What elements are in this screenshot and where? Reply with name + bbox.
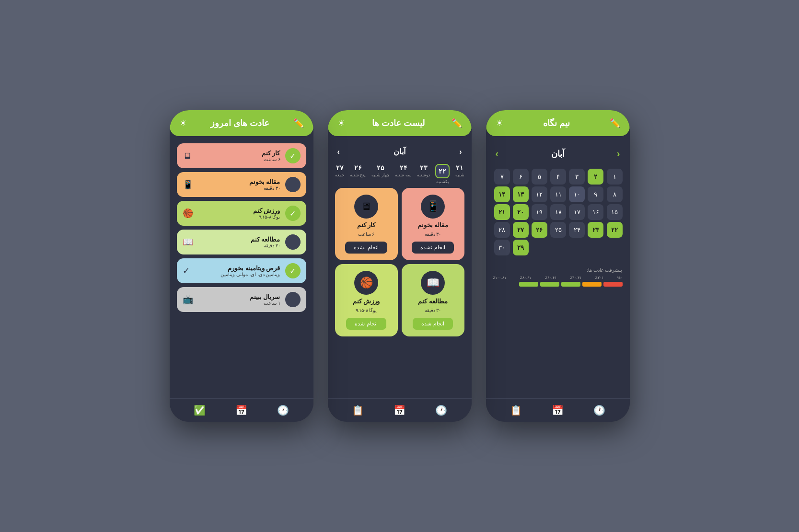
footer-check[interactable]: 📋: [510, 405, 522, 416]
habit-name: مقاله بخونم: [198, 178, 280, 185]
habit-card[interactable]: 🏀 ورزش کنم یوگا ۸-۹.۱۵ انجام شده: [335, 264, 398, 336]
cal-day[interactable]: ۱۳: [513, 186, 529, 202]
check-circle[interactable]: [285, 292, 301, 307]
cal-day[interactable]: [550, 240, 566, 255]
cal-day[interactable]: ۹: [588, 186, 603, 202]
cal-day[interactable]: ۱۲: [532, 186, 547, 202]
habit-title: کار کنم: [357, 221, 376, 229]
sun-icon3[interactable]: ☀: [179, 118, 187, 128]
date-next[interactable]: ›: [337, 148, 340, 156]
habit-title: ورزش کنم: [353, 298, 380, 305]
cal-day[interactable]: ۱۹: [532, 204, 547, 220]
habit-title: مطالعه کنم: [418, 298, 448, 305]
cal-day[interactable]: ۵: [532, 169, 547, 185]
cal-day[interactable]: ۱۵: [607, 204, 623, 220]
cal-day[interactable]: ۲۴: [569, 222, 585, 238]
cal-day[interactable]: ۲۲: [607, 222, 623, 238]
cal-day[interactable]: ۲۵: [550, 222, 566, 238]
date-item[interactable]: ۲۷جمعه: [335, 164, 345, 184]
date-number: ۲۱: [456, 164, 463, 172]
habits-grid: 📱 مقاله بخونم ۳۰ دقیقه انجام نشده 🖥 کار …: [335, 188, 464, 336]
cal-day[interactable]: ۶: [513, 169, 529, 185]
cal-day[interactable]: ۱۷: [569, 204, 585, 220]
habit-right-icon: ✓: [183, 266, 190, 276]
footer-calendar3[interactable]: 📅: [235, 405, 247, 416]
footer-clock[interactable]: 🕐: [593, 405, 605, 416]
today-habit-item[interactable]: مطالعه کنم۳۰ دقیقه📖: [177, 230, 306, 254]
footer-calendar2[interactable]: 📅: [394, 405, 405, 416]
habit-btn[interactable]: انجام نشده: [345, 242, 387, 254]
cal-day[interactable]: ۳۰: [494, 240, 510, 255]
habit-btn[interactable]: انجام نشده: [412, 242, 453, 254]
footer-clock2[interactable]: 🕐: [435, 405, 447, 416]
cal-day[interactable]: ۲۰: [513, 204, 529, 220]
date-item[interactable]: ۲۱شنبه: [455, 164, 464, 184]
cal-day[interactable]: [607, 240, 623, 255]
title-calendar: نیم نگاه: [543, 118, 570, 128]
footer-check2[interactable]: 📋: [352, 405, 364, 416]
habit-detail: یوگا ۸-۹.۱۵: [198, 214, 280, 220]
cal-day[interactable]: ۱۸: [550, 204, 566, 220]
nav-prev[interactable]: ‹: [617, 148, 620, 159]
date-number: ۲۳: [420, 164, 428, 172]
footer-clock3[interactable]: 🕐: [277, 405, 289, 416]
progress-bar: [561, 282, 580, 287]
habit-sub: ۳۰ دقیقه: [425, 231, 441, 237]
cal-day[interactable]: ۲۳: [588, 222, 603, 238]
habit-name: قرص ویتامینه بخورم: [195, 265, 280, 272]
cal-day[interactable]: [532, 240, 547, 255]
habit-card[interactable]: 📱 مقاله بخونم ۳۰ دقیقه انجام نشده: [402, 188, 464, 260]
cal-day[interactable]: ۲۶: [532, 222, 547, 238]
date-item[interactable]: ۲۵چهار شنبه: [371, 164, 390, 184]
cal-day[interactable]: ۱۰: [569, 186, 585, 202]
check-circle[interactable]: ✓: [285, 148, 301, 163]
pencil-icon[interactable]: ✏️: [610, 118, 620, 128]
today-habit-item[interactable]: ✓قرص ویتامینه بخورمویتامین دی، ای، مولتی…: [177, 258, 306, 283]
date-item[interactable]: ۲۴سه شنبه: [395, 164, 412, 184]
today-habit-item[interactable]: مقاله بخونم۳۰ دقیقه📱: [177, 172, 306, 197]
cal-day[interactable]: ۲: [588, 169, 603, 185]
cal-day[interactable]: ۸: [607, 186, 623, 202]
pencil-icon2[interactable]: ✏️: [452, 118, 462, 128]
date-item[interactable]: ۲۳دوشنبه: [417, 164, 430, 184]
today-habit-item[interactable]: ✓کار کنم۶ ساعت🖥: [177, 143, 306, 168]
cal-day[interactable]: ۴: [550, 169, 566, 185]
cal-day[interactable]: ۲۱: [494, 204, 510, 220]
check-circle[interactable]: [285, 234, 301, 250]
progress-bar: [582, 282, 602, 287]
date-label: یکشنبه: [436, 179, 449, 184]
cal-day[interactable]: ۳: [569, 169, 585, 185]
habit-card[interactable]: 🖥 کار کنم ۶ ساعت انجام نشده: [335, 188, 398, 260]
cal-day[interactable]: ۱: [607, 169, 623, 185]
check-circle[interactable]: ✓: [285, 263, 301, 278]
today-habit-item[interactable]: سریال ببینم۱ ساعت📺: [177, 287, 306, 312]
check-circle[interactable]: ✓: [285, 206, 301, 221]
nav-next[interactable]: ›: [496, 148, 499, 159]
habit-card[interactable]: 📖 مطالعه کنم ۳۰ دقیقه انجام شده: [402, 264, 464, 336]
pencil-icon3[interactable]: ✏️: [293, 118, 304, 128]
footer-calendar-icon[interactable]: 📅: [552, 405, 564, 416]
cal-day[interactable]: ۱۱: [550, 186, 566, 202]
cal-day[interactable]: ۲۷: [513, 222, 529, 238]
habit-name: سریال ببینم: [198, 293, 280, 301]
date-prev[interactable]: ‹: [459, 148, 462, 156]
cal-day[interactable]: ۷: [494, 169, 510, 185]
date-item[interactable]: ۲۲یکشنبه: [435, 164, 450, 184]
progress-bar: [540, 282, 559, 287]
date-item[interactable]: ۲۶پنج شنبه: [350, 164, 366, 184]
cal-day[interactable]: ۲۸: [494, 222, 510, 238]
sun-icon2[interactable]: ☀: [337, 118, 345, 128]
month-label: آبان: [551, 149, 565, 159]
footer-check3[interactable]: ✅: [194, 405, 206, 416]
cal-day[interactable]: [569, 240, 585, 255]
cal-day[interactable]: ۱۴: [494, 186, 510, 202]
habit-detail: ۳۰ دقیقه: [198, 185, 280, 191]
cal-day[interactable]: [588, 240, 603, 255]
check-circle[interactable]: [285, 177, 301, 192]
today-habit-item[interactable]: ✓ورزش کنمیوگا ۸-۹.۱۵🏀: [177, 201, 306, 226]
habit-btn[interactable]: انجام شده: [413, 318, 452, 330]
habit-btn[interactable]: انجام شده: [346, 318, 386, 330]
sun-icon[interactable]: ☀: [496, 118, 503, 128]
cal-day[interactable]: ۲۹: [513, 240, 529, 255]
cal-day[interactable]: ۱۶: [588, 204, 603, 220]
